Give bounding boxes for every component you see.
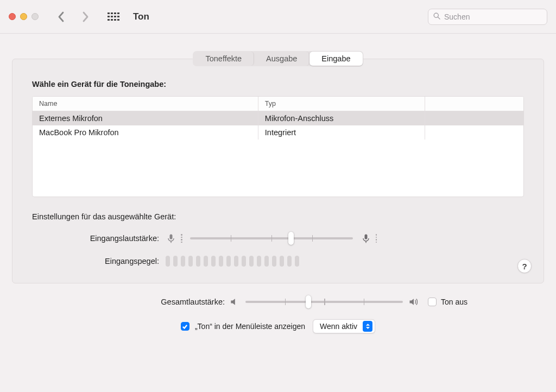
minimize-window-button[interactable] xyxy=(20,13,27,20)
select-stepper-icon xyxy=(363,321,372,332)
show-in-menubar-label: „Ton“ in der Menüleiste anzeigen xyxy=(195,322,305,331)
input-device-table: Name Typ Externes Mikrofon Mikrofon-Ansc… xyxy=(32,96,524,197)
traffic-lights xyxy=(9,13,39,20)
tab-sound-effects[interactable]: Toneffekte xyxy=(193,52,254,66)
speaker-min-icon xyxy=(229,296,240,307)
input-volume-row: Eingangslautstärke: xyxy=(32,233,524,244)
header-spare xyxy=(425,97,523,111)
cell-name: MacBook Pro Mikrofon xyxy=(33,125,258,140)
window-title: Ton xyxy=(133,11,149,22)
svg-line-1 xyxy=(438,17,440,19)
input-level-row: Eingangspegel: xyxy=(32,256,524,267)
table-header: Name Typ xyxy=(33,97,523,111)
header-name[interactable]: Name xyxy=(33,97,258,111)
svg-rect-2 xyxy=(170,235,173,239)
cell-type: Mikrofon-Anschluss xyxy=(258,111,425,125)
speaker-max-icon xyxy=(408,296,419,307)
help-button[interactable]: ? xyxy=(517,259,532,273)
level-dots-min-icon xyxy=(181,234,182,243)
search-field[interactable] xyxy=(428,9,547,25)
show-all-prefs-button[interactable] xyxy=(106,9,121,24)
mute-label: Ton aus xyxy=(441,298,467,306)
cell-name: Externes Mikrofon xyxy=(33,111,258,125)
back-button[interactable] xyxy=(54,9,69,24)
input-level-meter xyxy=(166,256,299,267)
mic-max-icon xyxy=(361,233,371,244)
search-input[interactable] xyxy=(444,12,542,21)
mute-checkbox[interactable] xyxy=(428,298,437,306)
table-row[interactable]: Externes Mikrofon Mikrofon-Anschluss xyxy=(33,111,523,125)
forward-button[interactable] xyxy=(78,9,93,24)
header-type[interactable]: Typ xyxy=(258,97,425,111)
section-title: Wähle ein Gerät für die Toneingabe: xyxy=(32,80,524,88)
input-volume-label: Eingangslautstärke: xyxy=(32,234,166,243)
mic-min-icon xyxy=(166,233,176,244)
select-value: Wenn aktiv xyxy=(320,322,357,331)
overall-volume-label: Gesamtlautstärke: xyxy=(72,298,229,306)
nav-arrows xyxy=(54,9,93,24)
close-window-button[interactable] xyxy=(9,13,16,20)
footer: Gesamtlautstärke: Ton aus xyxy=(0,283,556,333)
tab-output[interactable]: Ausgabe xyxy=(254,52,309,66)
menubar-row: „Ton“ in der Menüleiste anzeigen Wenn ak… xyxy=(72,319,484,333)
svg-rect-4 xyxy=(364,235,367,239)
toolbar: Ton xyxy=(0,0,556,34)
settings-caption: Einstellungen für das ausgewählte Gerät: xyxy=(32,212,524,221)
tab-bar: Toneffekte Ausgabe Eingabe xyxy=(12,51,544,66)
level-dots-max-icon xyxy=(376,234,377,243)
zoom-window-button[interactable] xyxy=(31,13,39,20)
cell-type: Integriert xyxy=(258,125,425,140)
input-volume-slider[interactable] xyxy=(190,237,353,239)
search-icon xyxy=(433,12,441,22)
overall-volume-row: Gesamtlautstärke: Ton aus xyxy=(72,296,484,307)
input-panel: Wähle ein Gerät für die Toneingabe: Name… xyxy=(12,59,544,283)
overall-volume-slider[interactable] xyxy=(245,301,403,303)
input-level-label: Eingangspegel: xyxy=(32,257,166,265)
show-in-menubar-checkbox[interactable] xyxy=(181,322,189,331)
table-row[interactable]: MacBook Pro Mikrofon Integriert xyxy=(33,125,523,140)
menubar-visibility-select[interactable]: Wenn aktiv xyxy=(313,319,375,333)
tab-input[interactable]: Eingabe xyxy=(309,52,362,66)
